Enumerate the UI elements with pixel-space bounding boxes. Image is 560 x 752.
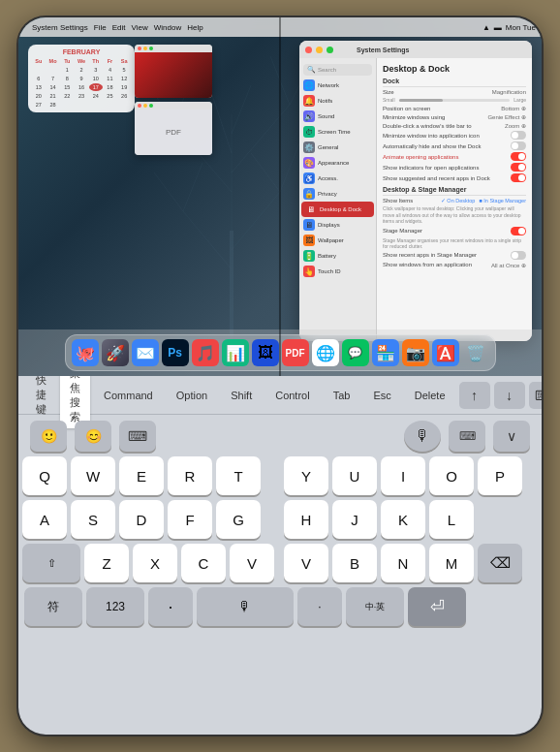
sidebar-item-accessibility[interactable]: ♿ Access. [299,171,376,186]
shift-btn[interactable]: Shift [221,386,262,405]
file-menu[interactable]: File [94,23,107,32]
zh-en-key[interactable]: 中·英 [346,587,404,626]
delete-btn[interactable]: Delete [405,386,455,405]
kb-icon-key[interactable]: ⌨ [449,421,485,452]
sidebar-item-desktop-dock[interactable]: 🖥 Desktop & Dock [301,202,374,217]
view-menu[interactable]: View [132,23,148,32]
sidebar-item-general[interactable]: ⚙️ General [299,140,376,155]
key-o[interactable]: O [429,456,474,495]
sidebar-item-privacy[interactable]: 🔒 Privacy [299,186,376,202]
window-menu[interactable]: Window [154,23,181,32]
key-e[interactable]: E [119,456,164,495]
key-j[interactable]: J [332,500,377,539]
key-c[interactable]: C [181,544,226,582]
key-d[interactable]: D [119,500,164,539]
key-u[interactable]: U [332,456,377,495]
command-btn[interactable]: Command [94,386,163,405]
sidebar-item-notifications[interactable]: 🔔 Notifs [299,93,376,109]
sidebar-item-appearance[interactable]: 🎨 Appearance [299,155,376,171]
dock-pdf[interactable]: PDF [282,339,309,366]
kb-small-key[interactable]: ⌨ [119,421,156,452]
key-l[interactable]: L [429,500,474,539]
dock-app11[interactable]: 🏪 [372,339,399,366]
dock-app12[interactable]: 📷 [402,339,429,366]
keyboard-layout-btn[interactable]: ⌨ [529,382,542,409]
enter-key[interactable]: ⏎ [408,587,466,626]
dock-photoshop[interactable]: Ps [162,339,189,366]
shift-key[interactable]: ⇧ [22,544,80,582]
emoji-key[interactable]: 🙂 [30,421,67,452]
esc-btn[interactable]: Esc [363,386,400,405]
sidebar-item-displays[interactable]: 🖥 Displays [299,217,376,233]
key-t[interactable]: T [216,456,261,495]
control-btn[interactable]: Control [265,386,319,405]
animate-toggle[interactable] [511,152,526,161]
dot-key[interactable]: · [148,587,193,626]
key-b[interactable]: B [332,544,377,582]
key-y[interactable]: Y [284,456,328,495]
key-x[interactable]: X [133,544,177,582]
key-p[interactable]: P [478,456,522,495]
windows-from-app-value[interactable]: All at Once ⊕ [491,262,526,268]
dock-launchpad[interactable]: 🚀 [102,339,129,366]
upload-icon-btn[interactable]: ↑ [459,382,490,409]
key-w[interactable]: W [71,456,115,495]
space-key[interactable]: 🎙 [197,587,294,626]
sidebar-item-wallpaper[interactable]: 🖼 Wallpaper [299,233,376,248]
sidebar-item-screentime[interactable]: ⏱ Screen Time [299,124,376,140]
double-click-value[interactable]: Zoom ⊕ [505,122,526,129]
close-button[interactable] [305,47,312,53]
minimize-value[interactable]: Genie Effect ⊕ [487,113,526,120]
mini-window-1[interactable] [135,45,212,98]
dock-wechat[interactable]: 💬 [342,339,369,366]
edit-menu[interactable]: Edit [112,23,126,32]
maximize-button[interactable] [327,47,333,53]
sidebar-item-battery[interactable]: 🔋 Battery [299,248,376,264]
dock-chrome[interactable]: 🌐 [312,339,339,366]
size-slider[interactable] [399,99,511,102]
key-k[interactable]: K [381,500,425,539]
stage-manager-toggle[interactable] [511,227,526,235]
indicators-toggle[interactable] [511,163,526,172]
on-desktop-btn[interactable]: ✓ On Desktop [441,198,476,204]
sidebar-item-network[interactable]: 🌐 Network [299,78,376,93]
download-icon-btn[interactable]: ↓ [494,382,525,409]
autohide-toggle[interactable] [511,141,526,150]
mini-window-2[interactable]: PDF [135,102,212,155]
dock-mail[interactable]: ✉️ [132,339,159,366]
option-btn[interactable]: Option [167,386,217,405]
sidebar-item-sound[interactable]: 🔊 Sound [299,109,376,124]
key-q[interactable]: Q [22,456,67,495]
help-menu[interactable]: Help [187,23,202,32]
face-key[interactable]: 😊 [75,421,111,452]
key-v-left[interactable]: V [230,544,274,582]
key-z[interactable]: Z [84,544,129,582]
sidebar-item-touchid[interactable]: 👆 Touch ID [299,264,376,279]
minimize-into-toggle[interactable] [511,131,526,140]
chevron-down-key[interactable]: ∨ [493,421,530,452]
sidebar-search[interactable]: 🔍 Search [303,64,372,76]
tab-btn[interactable]: Tab [324,386,360,405]
key-s[interactable]: S [71,500,115,539]
dock-app5[interactable]: 🎵 [192,339,219,366]
key-f[interactable]: F [168,500,212,539]
dock-finder[interactable]: 🐙 [72,339,99,366]
mic-key[interactable]: 🎙 [404,421,441,452]
backspace-key[interactable]: ⌫ [478,544,522,582]
key-a[interactable]: A [22,500,67,539]
key-n[interactable]: N [381,544,425,582]
dock-app6[interactable]: 📊 [222,339,249,366]
key-m[interactable]: M [429,544,474,582]
dock-trash[interactable]: 🗑️ [462,339,489,366]
dock-appstore[interactable]: 🅰️ [432,339,459,366]
num-key[interactable]: 123 [86,587,144,626]
recent-apps-toggle[interactable] [511,173,526,182]
position-value[interactable]: Bottom ⊕ [501,105,526,111]
key-r[interactable]: R [168,456,212,495]
size-slider-row[interactable]: Small Large [383,97,526,103]
key-g[interactable]: G [216,500,261,539]
in-stage-manager-btn[interactable]: ■ In Stage Manager [479,198,526,204]
small-dot-key[interactable]: · [297,587,342,626]
key-i[interactable]: I [381,456,425,495]
fu-key[interactable]: 符 [24,587,82,626]
